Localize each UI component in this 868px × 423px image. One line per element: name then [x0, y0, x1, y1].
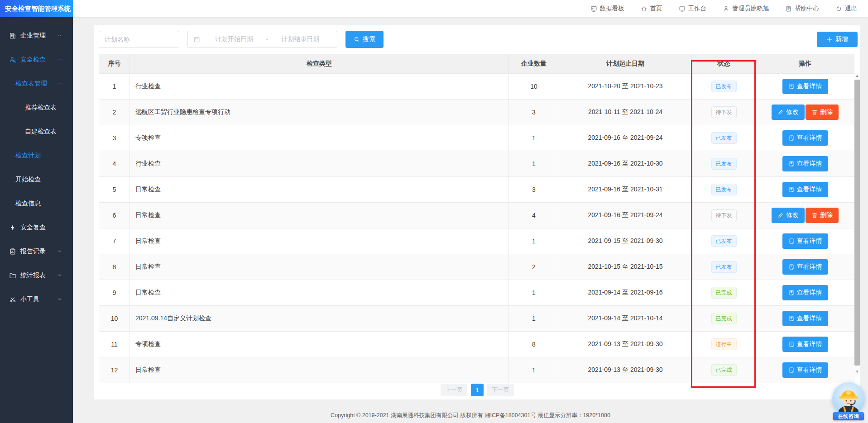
delete-button[interactable]: 删除 — [806, 208, 839, 223]
delete-button[interactable]: 删除 — [806, 105, 839, 120]
date-start-placeholder[interactable]: 计划开始日期 — [203, 35, 265, 43]
edit-button[interactable]: 修改 — [772, 208, 805, 223]
cell-actions: 修改删除 — [756, 203, 854, 228]
status-badge: 已发布 — [711, 81, 737, 92]
edit-icon — [777, 109, 784, 115]
scrollbar-up-arrow[interactable]: ▲ — [854, 73, 860, 79]
sidebar-item-safety-recheck[interactable]: 安全复查 — [0, 215, 73, 239]
sidebar-item-statistics[interactable]: 统计报表 — [0, 263, 73, 287]
online-chat-widget[interactable]: 在线咨询 — [831, 382, 866, 420]
chevron-up-icon — [57, 81, 62, 86]
view-button[interactable]: 查看详情 — [782, 233, 828, 249]
table-row: 2远航区工贸行业隐患检查专项行动32021-10-11 至 2021-10-24… — [99, 100, 854, 125]
cell-plan-dates: 2021-09-15 至 2021-09-30 — [559, 228, 692, 254]
view-button[interactable]: 查看详情 — [782, 337, 828, 352]
table-row: 11专项检查82021-09-13 至 2021-09-30进行中查看详情 — [99, 332, 854, 357]
add-button-label: 新增 — [835, 35, 848, 43]
sidebar-item-safety-inspection[interactable]: 安全检查 — [0, 48, 73, 71]
nav-workbench[interactable]: 工作台 — [679, 5, 707, 13]
sidebar-item-recommended-checklist[interactable]: 推荐检查表 — [0, 95, 73, 119]
cell-inspection-type: 日常检查 — [130, 203, 509, 228]
edit-button[interactable]: 修改 — [772, 105, 805, 120]
cell-plan-dates: 2021-10-20 至 2021-10-23 — [559, 74, 692, 100]
status-badge: 已完成 — [711, 313, 737, 324]
cell-inspection-type: 行业检查 — [130, 74, 509, 100]
nav-item-label: 工作台 — [688, 5, 707, 13]
search-button[interactable]: 搜索 — [345, 31, 384, 48]
date-end-placeholder[interactable]: 计划结束日期 — [269, 35, 331, 43]
cell-status: 已发布 — [692, 74, 756, 100]
action-button-label: 修改 — [786, 211, 799, 219]
view-doc-icon — [788, 341, 795, 347]
pagination-page-1-button[interactable]: 1 — [471, 384, 484, 396]
sidebar-item-inspection-info[interactable]: 检查信息 — [0, 191, 73, 215]
action-button-label: 查看详情 — [797, 237, 822, 245]
cell-index: 3 — [99, 125, 130, 151]
cell-enterprise-count: 3 — [509, 177, 559, 203]
status-badge: 进行中 — [711, 338, 737, 350]
cell-enterprise-count: 1 — [509, 280, 559, 306]
action-button-label: 查看详情 — [797, 185, 822, 194]
view-doc-icon — [788, 135, 795, 141]
view-button[interactable]: 查看详情 — [782, 130, 828, 146]
report-icon — [9, 248, 16, 255]
view-button[interactable]: 查看详情 — [782, 156, 828, 171]
cell-actions: 查看详情 — [756, 332, 854, 357]
calendar-icon — [193, 36, 200, 43]
column-header: 操作 — [756, 54, 854, 74]
cell-inspection-type: 行业检查 — [130, 151, 509, 177]
cell-actions: 查看详情 — [756, 151, 854, 177]
nav-data-dashboard[interactable]: 数据看板 — [590, 5, 624, 13]
cell-plan-dates: 2021-09-16 至 2021-09-24 — [559, 203, 692, 228]
scrollbar-down-arrow[interactable]: ▼ — [854, 369, 860, 375]
view-button[interactable]: 查看详情 — [782, 259, 828, 275]
status-badge: 已完成 — [711, 364, 737, 376]
cell-index: 11 — [99, 332, 130, 357]
sidebar-item-tools[interactable]: 小工具 — [0, 287, 73, 311]
pagination-prev-button[interactable]: 上一页 — [441, 384, 467, 396]
sidebar-item-inspection-plan[interactable]: 检查计划 — [0, 143, 73, 167]
cell-actions: 查看详情 — [756, 357, 854, 383]
view-button[interactable]: 查看详情 — [782, 311, 828, 326]
cell-index: 6 — [99, 203, 130, 228]
cell-plan-dates: 2021-09-13 至 2021-09-30 — [559, 332, 692, 357]
cell-plan-dates: 2021-09-16 至 2021-10-30 — [559, 151, 692, 177]
sidebar: 企业管理安全检查检查表管理推荐检查表自建检查表检查计划开始检查检查信息安全复查报… — [0, 17, 73, 423]
nav-logout[interactable]: 退出 — [835, 5, 857, 13]
nav-admin-user[interactable]: 管理员姚晓旭 — [723, 5, 769, 13]
sidebar-item-report-records[interactable]: 报告记录 — [0, 239, 73, 263]
cell-index: 8 — [99, 254, 130, 280]
sidebar-item-custom-checklist[interactable]: 自建检查表 — [0, 119, 73, 143]
nav-home[interactable]: 首页 — [641, 5, 662, 13]
table-scrollbar[interactable]: ▲ ▼ — [854, 73, 860, 375]
cell-index: 4 — [99, 151, 130, 177]
view-button[interactable]: 查看详情 — [782, 362, 828, 378]
sidebar-item-enterprise-mgmt[interactable]: 企业管理 — [0, 24, 73, 48]
add-button[interactable]: 新增 — [817, 32, 858, 47]
pagination-next-button[interactable]: 下一页 — [487, 384, 514, 396]
recheck-icon — [9, 224, 16, 231]
sidebar-item-label: 统计报表 — [20, 271, 46, 280]
sidebar-item-checklist-mgmt[interactable]: 检查表管理 — [0, 71, 73, 95]
view-button[interactable]: 查看详情 — [782, 79, 828, 94]
cell-actions: 查看详情 — [756, 74, 854, 100]
scrollbar-thumb[interactable] — [854, 80, 860, 366]
action-button-label: 查看详情 — [797, 82, 822, 90]
sidebar-item-start-inspection[interactable]: 开始检查 — [0, 167, 73, 191]
view-button[interactable]: 查看详情 — [782, 182, 828, 197]
sidebar-item-label: 检查表管理 — [15, 80, 47, 88]
view-button[interactable]: 查看详情 — [782, 285, 828, 300]
nav-item-label: 首页 — [650, 5, 662, 13]
date-range-picker[interactable]: 计划开始日期 - 计划结束日期 — [187, 31, 337, 48]
action-button-label: 查看详情 — [797, 134, 822, 142]
cell-enterprise-count: 1 — [509, 357, 559, 383]
cell-inspection-type: 专项检查 — [130, 332, 509, 357]
cell-plan-dates: 2021-10-15 至 2021-10-15 — [559, 254, 692, 280]
nav-help-center[interactable]: 帮助中心 — [785, 5, 819, 13]
column-header: 计划起止日期 — [559, 54, 692, 74]
plan-name-input[interactable] — [99, 31, 179, 48]
cell-status: 进行中 — [692, 332, 756, 357]
sidebar-item-label: 报告记录 — [20, 247, 46, 256]
cell-status: 已发布 — [692, 254, 756, 280]
action-button-label: 查看详情 — [797, 314, 822, 323]
